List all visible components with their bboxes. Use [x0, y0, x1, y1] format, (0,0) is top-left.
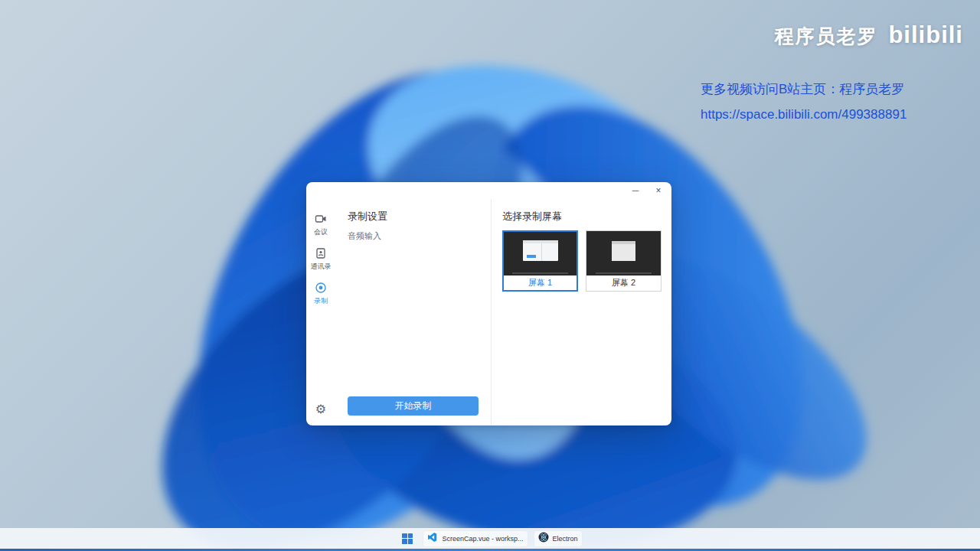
screen-option-2[interactable]: 屏幕 2	[586, 230, 662, 292]
settings-panel-title: 录制设置	[348, 210, 479, 223]
taskbar-item-electron[interactable]: Electron	[534, 530, 583, 547]
desktop: 程序员老罗 bilibili 更多视频访问B站主页：程序员老罗 https://…	[0, 0, 980, 551]
promo-url: https://space.bilibili.com/499388891	[701, 102, 976, 127]
mini-taskbar-graphic	[512, 272, 567, 274]
taskbar-label-electron: Electron	[553, 535, 578, 543]
promo-overlay: 更多视频访问B站主页：程序员老罗 https://space.bilibili.…	[701, 77, 976, 127]
contacts-icon	[315, 247, 327, 259]
gear-icon: ⚙	[315, 403, 326, 416]
sidebar-label-meeting: 会议	[314, 227, 328, 237]
close-button[interactable]: ×	[652, 184, 665, 197]
screen-2-label: 屏幕 2	[586, 276, 661, 290]
screen-panel-title: 选择录制屏幕	[502, 210, 662, 223]
screen-2-thumbnail	[586, 231, 661, 276]
vscode-icon	[427, 532, 438, 546]
electron-icon	[538, 532, 549, 546]
screen-1-thumbnail	[504, 232, 577, 276]
meeting-camera-icon	[315, 213, 327, 225]
screen-option-1[interactable]: 屏幕 1	[502, 230, 578, 292]
minimize-button[interactable]: ─	[629, 184, 642, 197]
channel-name: 程序员老罗	[774, 24, 877, 49]
taskbar: ScreenCap.vue - worksp... Electron	[0, 528, 980, 549]
screen-options: 屏幕 1 屏幕 2	[502, 230, 662, 292]
sidebar-label-contacts: 通讯录	[311, 262, 332, 272]
window-body: 会议 通讯录	[306, 199, 671, 425]
screencap-window: ─ × 会议	[306, 182, 671, 425]
sidebar-label-record: 录制	[314, 296, 328, 306]
settings-button[interactable]: ⚙	[315, 402, 326, 416]
bilibili-logo: bilibili	[888, 21, 963, 49]
screen-select-panel: 选择录制屏幕 屏幕 1	[492, 199, 671, 425]
sidebar-item-meeting[interactable]: 会议	[314, 213, 328, 237]
recording-settings-panel: 录制设置 音频输入 开始录制	[335, 199, 492, 425]
start-recording-button[interactable]: 开始录制	[348, 396, 479, 416]
sidebar-item-record[interactable]: 录制	[314, 282, 328, 306]
audio-input-label: 音频输入	[348, 230, 479, 242]
record-icon	[315, 282, 327, 294]
mini-window-graphic	[523, 240, 558, 261]
sidebar: 会议 通讯录	[306, 199, 335, 425]
channel-brand: 程序员老罗 bilibili	[774, 21, 963, 49]
titlebar[interactable]: ─ ×	[306, 182, 671, 199]
start-button[interactable]	[397, 530, 417, 547]
screen-1-label: 屏幕 1	[504, 276, 577, 290]
taskbar-label-vscode: ScreenCap.vue - worksp...	[442, 535, 523, 543]
windows-logo-icon	[402, 533, 413, 544]
promo-line: 更多视频访问B站主页：程序员老罗	[701, 77, 976, 102]
sidebar-item-contacts[interactable]: 通讯录	[311, 247, 332, 272]
mini-window-graphic	[612, 241, 635, 261]
mini-taskbar-graphic	[596, 272, 652, 274]
taskbar-item-vscode[interactable]: ScreenCap.vue - worksp...	[423, 530, 528, 547]
